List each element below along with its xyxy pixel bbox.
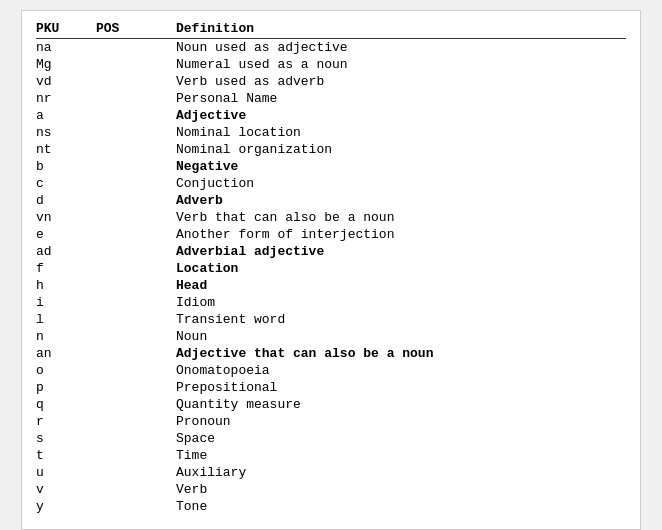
table-row: uAuxiliary — [36, 464, 626, 481]
cell-pos — [96, 499, 176, 514]
table-row: lTransient word — [36, 311, 626, 328]
cell-pos — [96, 142, 176, 157]
cell-pos — [96, 108, 176, 123]
table-row: eAnother form of interjection — [36, 226, 626, 243]
cell-pos — [96, 40, 176, 55]
cell-pos — [96, 346, 176, 361]
table-row: adAdverbial adjective — [36, 243, 626, 260]
table-row: nsNominal location — [36, 124, 626, 141]
cell-pos — [96, 414, 176, 429]
cell-definition: Pronoun — [176, 414, 626, 429]
cell-pku: c — [36, 176, 96, 191]
cell-definition: Adverbial adjective — [176, 244, 626, 259]
cell-definition: Space — [176, 431, 626, 446]
cell-pos — [96, 278, 176, 293]
cell-pku: h — [36, 278, 96, 293]
cell-definition: Verb used as adverb — [176, 74, 626, 89]
cell-pos — [96, 244, 176, 259]
cell-definition: Auxiliary — [176, 465, 626, 480]
cell-definition: Onomatopoeia — [176, 363, 626, 378]
cell-pos — [96, 397, 176, 412]
cell-pos — [96, 91, 176, 106]
cell-definition: Time — [176, 448, 626, 463]
cell-pku: a — [36, 108, 96, 123]
cell-pku: s — [36, 431, 96, 446]
cell-pku: y — [36, 499, 96, 514]
cell-definition: Nominal location — [176, 125, 626, 140]
cell-pku: v — [36, 482, 96, 497]
cell-pku: Mg — [36, 57, 96, 72]
table-body: naNoun used as adjectiveMgNumeral used a… — [36, 39, 626, 515]
table-row: ntNominal organization — [36, 141, 626, 158]
cell-definition: Personal Name — [176, 91, 626, 106]
cell-pku: na — [36, 40, 96, 55]
cell-pos — [96, 227, 176, 242]
cell-pku: vd — [36, 74, 96, 89]
cell-pos — [96, 465, 176, 480]
table-row: naNoun used as adjective — [36, 39, 626, 56]
cell-pos — [96, 74, 176, 89]
table-row: nrPersonal Name — [36, 90, 626, 107]
cell-pku: u — [36, 465, 96, 480]
table-row: pPrepositional — [36, 379, 626, 396]
pos-table: PKU POS Definition naNoun used as adject… — [36, 21, 626, 515]
table-row: anAdjective that can also be a noun — [36, 345, 626, 362]
cell-pos — [96, 261, 176, 276]
cell-definition: Nominal organization — [176, 142, 626, 157]
cell-pku: r — [36, 414, 96, 429]
cell-definition: Another form of interjection — [176, 227, 626, 242]
table-row: hHead — [36, 277, 626, 294]
table-row: fLocation — [36, 260, 626, 277]
cell-pku: d — [36, 193, 96, 208]
cell-pos — [96, 176, 176, 191]
table-row: oOnomatopoeia — [36, 362, 626, 379]
cell-definition: Conjuction — [176, 176, 626, 191]
cell-definition: Prepositional — [176, 380, 626, 395]
cell-pos — [96, 210, 176, 225]
cell-pos — [96, 312, 176, 327]
cell-definition: Idiom — [176, 295, 626, 310]
header-definition: Definition — [176, 21, 626, 36]
cell-pku: p — [36, 380, 96, 395]
cell-pos — [96, 57, 176, 72]
cell-definition: Adjective that can also be a noun — [176, 346, 626, 361]
cell-pku: n — [36, 329, 96, 344]
table-row: iIdiom — [36, 294, 626, 311]
cell-definition: Quantity measure — [176, 397, 626, 412]
cell-pku: f — [36, 261, 96, 276]
table-row: rPronoun — [36, 413, 626, 430]
cell-definition: Verb — [176, 482, 626, 497]
cell-definition: Numeral used as a noun — [176, 57, 626, 72]
cell-pos — [96, 125, 176, 140]
cell-pos — [96, 295, 176, 310]
table-row: aAdjective — [36, 107, 626, 124]
table-row: vdVerb used as adverb — [36, 73, 626, 90]
cell-pku: t — [36, 448, 96, 463]
cell-definition: Head — [176, 278, 626, 293]
cell-pos — [96, 193, 176, 208]
cell-pos — [96, 448, 176, 463]
cell-definition: Tone — [176, 499, 626, 514]
main-window: PKU POS Definition naNoun used as adject… — [21, 10, 641, 530]
cell-pos — [96, 482, 176, 497]
cell-pku: o — [36, 363, 96, 378]
table-row: vnVerb that can also be a noun — [36, 209, 626, 226]
table-row: tTime — [36, 447, 626, 464]
table-row: bNegative — [36, 158, 626, 175]
cell-pku: q — [36, 397, 96, 412]
table-row: sSpace — [36, 430, 626, 447]
cell-definition: Negative — [176, 159, 626, 174]
cell-pos — [96, 363, 176, 378]
cell-pku: an — [36, 346, 96, 361]
table-row: MgNumeral used as a noun — [36, 56, 626, 73]
cell-definition: Noun — [176, 329, 626, 344]
cell-pku: vn — [36, 210, 96, 225]
cell-pos — [96, 329, 176, 344]
cell-pku: l — [36, 312, 96, 327]
cell-pku: ad — [36, 244, 96, 259]
cell-definition: Noun used as adjective — [176, 40, 626, 55]
cell-definition: Location — [176, 261, 626, 276]
cell-pku: i — [36, 295, 96, 310]
cell-pku: ns — [36, 125, 96, 140]
table-row: dAdverb — [36, 192, 626, 209]
